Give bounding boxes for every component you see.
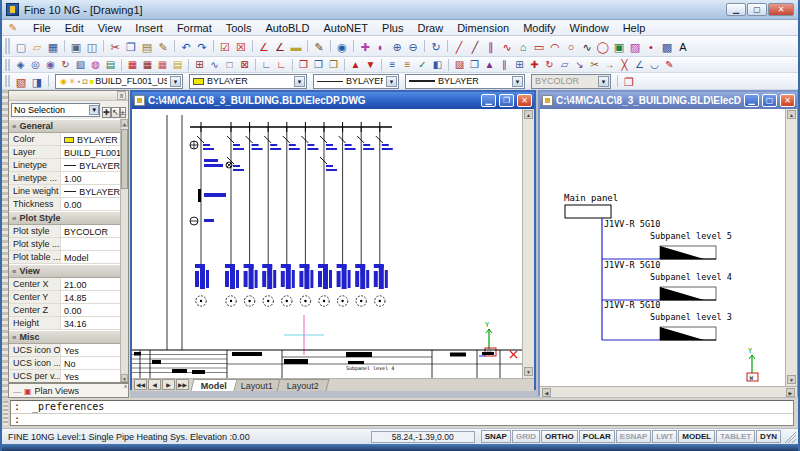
arc-icon[interactable]: ◠ xyxy=(547,39,563,54)
extend-icon[interactable]: → xyxy=(602,58,617,71)
menu-autobld[interactable]: AutoBLD xyxy=(258,21,316,35)
rotate-view-icon[interactable]: ↻ xyxy=(58,58,73,71)
scale-icon[interactable]: ▱ xyxy=(557,58,572,71)
doc2-vertical-scrollbar[interactable]: ▲ ▼ xyxy=(785,109,797,386)
erase-icon[interactable]: ▨ xyxy=(452,58,467,71)
menu-tools[interactable]: Tools xyxy=(219,21,259,35)
angle-icon[interactable]: ∠ xyxy=(272,39,288,54)
menu-format[interactable]: Format xyxy=(170,21,219,35)
freehand-icon[interactable]: ∿ xyxy=(207,58,222,71)
ucs-world-icon[interactable]: ∟ xyxy=(259,58,274,71)
properties-panel-header[interactable]: x xyxy=(9,91,128,101)
scroll-down-icon[interactable]: ▼ xyxy=(787,375,796,384)
property-value[interactable]: BYLAYER xyxy=(61,159,120,171)
menu-file[interactable]: File xyxy=(26,21,58,35)
scroll-up-icon[interactable]: ▲ xyxy=(524,110,533,119)
array-icon[interactable]: ⊞ xyxy=(512,58,527,71)
print-icon[interactable]: ▣ xyxy=(68,39,84,54)
print-preview-icon[interactable]: ◫ xyxy=(84,39,100,54)
scroll-left-icon[interactable]: ◀ xyxy=(542,388,551,397)
layout-table-4-icon[interactable]: ▤ xyxy=(170,58,185,71)
property-value[interactable]: 0.00 xyxy=(61,198,120,210)
property-value[interactable]: BYLAYER xyxy=(61,185,120,197)
zoom-scale-icon[interactable]: ◎ xyxy=(28,58,43,71)
region-icon[interactable]: ▩ xyxy=(659,39,675,54)
menu-insert[interactable]: Insert xyxy=(128,21,170,35)
menu-view[interactable]: View xyxy=(91,21,129,35)
tab-layout2[interactable]: Layout2 xyxy=(277,379,330,391)
match-properties-icon[interactable]: ✎ xyxy=(155,39,171,54)
polyline-icon[interactable]: ∿ xyxy=(499,39,515,54)
layout-table-1-icon[interactable]: ▦ xyxy=(125,58,140,71)
redo-icon[interactable]: ↷ xyxy=(194,39,210,54)
insert-block-icon[interactable]: ▣ xyxy=(611,39,627,54)
menu-draw[interactable]: Draw xyxy=(410,21,450,35)
sun-icon[interactable]: ✳ xyxy=(69,77,76,86)
section-header-misc[interactable]: «Misc xyxy=(9,330,120,344)
property-value[interactable]: 21.00 xyxy=(61,278,120,290)
toolbar-grip[interactable] xyxy=(5,75,10,88)
rectangle-icon[interactable]: ▭ xyxy=(531,39,547,54)
undo-icon[interactable]: ↶ xyxy=(178,39,194,54)
property-value[interactable]: Model xyxy=(61,251,120,263)
toggle-grid[interactable]: GRID xyxy=(512,430,540,443)
sketch-pencil-icon[interactable]: ✎ xyxy=(311,39,327,54)
selection-combo[interactable]: No Selection ▼ xyxy=(11,103,100,117)
property-value[interactable]: Yes xyxy=(61,344,120,356)
toggle-polar[interactable]: POLAR xyxy=(579,430,615,443)
tab-last-button[interactable]: ▶▶ xyxy=(176,379,189,390)
pan-icon[interactable]: ✚ xyxy=(357,39,373,54)
offset-icon[interactable]: ∥ xyxy=(497,58,512,71)
doc-close-button[interactable]: ✕ xyxy=(780,94,795,107)
field-check-icon[interactable]: ☑ xyxy=(217,39,233,54)
property-value[interactable]: 34.16 xyxy=(61,317,120,329)
layout-table-2-icon[interactable]: ▦ xyxy=(140,58,155,71)
rotate-icon[interactable]: ↻ xyxy=(542,58,557,71)
stretch-icon[interactable]: ↘ xyxy=(572,58,587,71)
copy-view-icon[interactable]: ❐ xyxy=(311,58,326,71)
layer-check-icon[interactable]: ✓ xyxy=(415,58,430,71)
zoom-out-icon[interactable]: ⊖ xyxy=(405,39,421,54)
tree-item-plan-views[interactable]: — ▣ Plan Views xyxy=(9,384,128,396)
linetype-combo[interactable]: BYLAYER ▼ xyxy=(313,74,399,89)
break-icon[interactable]: ╳ xyxy=(617,58,632,71)
lock-icon[interactable]: ◘ xyxy=(83,77,88,86)
polygon-icon[interactable]: ⌂ xyxy=(515,39,531,54)
drawing-canvas-elecdd[interactable]: Main panelJ1VV-R 5G10Subpanel level 5J1V… xyxy=(540,109,785,386)
scroll-up-icon[interactable]: ▲ xyxy=(787,110,796,119)
refresh-icon[interactable]: ↻ xyxy=(428,39,444,54)
property-value[interactable] xyxy=(61,238,120,250)
doc-close-button[interactable]: ✕ xyxy=(517,94,532,107)
tab-next-button[interactable]: ▶ xyxy=(162,379,175,390)
quick-calc-icon[interactable]: ± xyxy=(120,107,126,118)
section-header-plot-style[interactable]: «Plot Style xyxy=(9,211,120,225)
toggle-snap[interactable]: SNAP xyxy=(481,430,511,443)
point-icon[interactable]: • xyxy=(643,39,659,54)
zoom-window-icon[interactable]: ◈ xyxy=(13,58,28,71)
property-value[interactable]: 0.00 xyxy=(61,304,120,316)
menu-autonet[interactable]: AutoNET xyxy=(316,21,375,35)
menu-window[interactable]: Window xyxy=(563,21,616,35)
lineweight-combo[interactable]: BYLAYER ▼ xyxy=(405,74,525,89)
doc1-title-bar[interactable]: C:\4M\CALC\8_3_BUILDING.BLD\ElecDP.DWG ▁… xyxy=(132,92,534,109)
hatch-icon[interactable]: ▨ xyxy=(627,39,643,54)
scroll-down-icon[interactable]: ▼ xyxy=(524,367,533,376)
red-cell-icon[interactable]: ⊠ xyxy=(237,58,252,71)
plan-view-icon[interactable]: ▤ xyxy=(103,58,118,71)
tab-prev-button[interactable]: ◀ xyxy=(148,379,161,390)
copy-object-icon[interactable]: ❐ xyxy=(467,58,482,71)
doc2-title-bar[interactable]: C:\4M\CALC\8_3_BUILDING.BLD\ElecDD.dwg ▁… xyxy=(540,92,797,109)
menu-dimension[interactable]: Dimension xyxy=(450,21,516,35)
property-value[interactable]: No xyxy=(61,357,120,369)
toggle-dyn[interactable]: DYN xyxy=(756,430,781,443)
property-value[interactable]: BYLAYER xyxy=(61,133,120,145)
blank-viewport-icon[interactable]: □ xyxy=(222,58,237,71)
layer-color-chip-icon[interactable]: ■ xyxy=(89,77,94,86)
coordinates-display[interactable]: 58.24,-1.39,0.00 xyxy=(371,431,475,443)
scrollbar-thumb[interactable] xyxy=(121,129,128,189)
zoom-in-icon[interactable]: ⊕ xyxy=(389,39,405,54)
triangle-up-icon[interactable]: ▲ xyxy=(348,58,363,71)
copy-icon[interactable]: ❐ xyxy=(123,39,139,54)
color-combo[interactable]: BYLAYER ▼ xyxy=(189,74,307,89)
property-value[interactable]: Yes xyxy=(61,370,120,382)
